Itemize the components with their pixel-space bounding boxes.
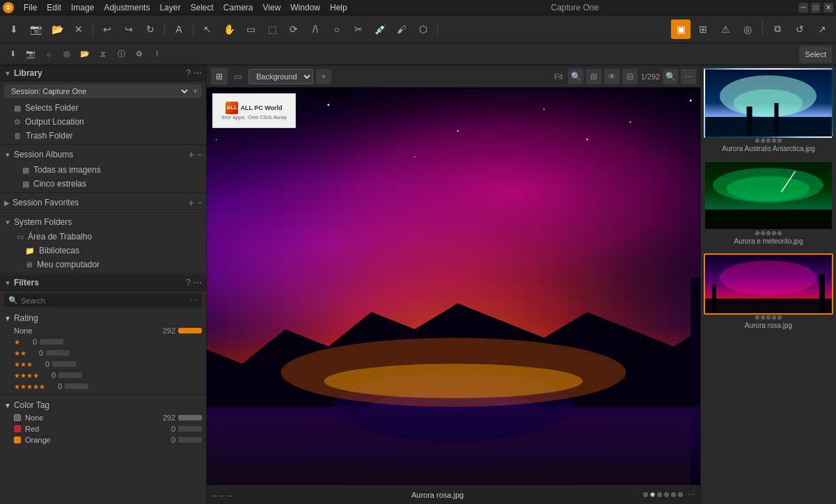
menu-help[interactable]: Help [326,1,352,14]
straighten-button[interactable]: /\ [306,19,325,39]
maximize-button[interactable]: □ [811,3,821,13]
library-question-icon[interactable]: ? [186,68,191,78]
cam-icon-button[interactable]: 📷 [22,46,39,63]
import-button[interactable]: ⬇ [4,19,24,39]
folder-icon-button[interactable]: 📂 [77,46,93,63]
crop-button[interactable]: ✂ [349,19,368,39]
menu-image[interactable]: Image [67,1,98,14]
rating-none-bar [178,328,202,333]
cursor-button[interactable]: ↖ [198,19,217,39]
import-icon-button[interactable]: ⬇ [4,46,21,63]
system-folders-header[interactable]: ▼ System Folders [0,214,206,230]
toolbar-sep-1 [93,22,93,37]
redo-back-button[interactable]: ↪ [119,19,139,39]
sync-button[interactable]: ↺ [790,19,810,39]
selects-folder-item[interactable]: ▦ Selects Folder [0,101,206,115]
lens-button[interactable]: ◎ [738,19,757,39]
menu-edit[interactable]: Edit [42,1,65,14]
pan-button[interactable]: ✋ [219,19,239,39]
close-button[interactable]: ✕ [823,3,833,13]
session-albums-header[interactable]: ▼ Session Albums + − [0,146,206,163]
session-add-icon[interactable]: + [193,86,198,96]
single-view-icon[interactable]: ▭ [229,68,246,85]
library-header[interactable]: ▼ Library ? ⋯ [0,65,206,81]
area-trabalho-item[interactable]: ▭ Área de Trabalho [0,230,206,244]
color-tag-header[interactable]: ▼ Color Tag [0,398,206,412]
select-lasso-button[interactable]: ⬚ [262,19,282,39]
filmstrip-dots-2 [704,230,833,236]
menu-adjustments[interactable]: Adjustments [100,1,154,14]
arrow-button[interactable]: ↗ [812,19,832,39]
grid-button[interactable]: ⊞ [693,19,713,39]
meu-computador-item[interactable]: 🖥 Meu computador [0,258,206,271]
background-dropdown[interactable]: Background [249,69,313,84]
info-icon-button[interactable]: ⓘ [113,46,129,63]
dots-more-icon[interactable]: ⋯ [688,491,695,498]
filter-icon-button[interactable]: ⧖ [95,46,111,63]
favorites-add-icon[interactable]: + [189,197,194,208]
oval-button[interactable]: ○ [327,19,347,39]
search-input[interactable] [21,297,190,305]
albums-add-icon[interactable]: + [189,149,194,160]
viewer-more-icon[interactable]: ⋯ [681,69,696,84]
albums-minus-icon[interactable]: − [197,150,202,159]
viewer-adjust-icon[interactable]: ⊟ [622,69,638,84]
viewer-zoom-icon[interactable]: 🔍 [663,69,678,84]
filters-question-icon[interactable]: ? [186,278,191,288]
favorites-minus-icon[interactable]: − [197,198,202,207]
color-none-dot [14,414,21,421]
viewer-settings-icon[interactable]: ⊞ [586,69,601,84]
brush-button[interactable]: 🖌 [392,19,411,39]
session-favorites-header[interactable]: ▶ Session Favorites + − [0,194,206,211]
bibliotecas-item[interactable]: 📁 Bibliotecas [0,244,206,258]
color-orange-count: 0 [159,436,175,444]
filmstrip-item-2[interactable]: Aurora e meteorito.jpg [704,161,833,248]
filter-search-box[interactable]: 🔍 ⋯ [4,294,202,307]
library-menu-icon[interactable]: ⋯ [194,68,202,78]
text-button[interactable]: A [169,19,189,39]
filmstrip-item-3[interactable]: Aurora rosa.jpg [704,253,833,332]
trash-folder-item[interactable]: 🗑 Trash Folder [0,129,206,143]
redo-button[interactable]: ↻ [141,19,160,39]
folder-button[interactable]: 📂 [47,19,67,39]
viewer-search-icon[interactable]: 🔍 [568,69,583,84]
session-select[interactable]: Session: Capture One [8,86,190,96]
viewer-eye-icon[interactable]: 👁 [604,69,620,84]
compare-button[interactable]: ⧉ [768,19,787,39]
menu-window[interactable]: Window [286,1,324,14]
output-location-item[interactable]: ⚙ Output Location [0,115,206,129]
undo-button[interactable]: ↩ [97,19,117,39]
grid-view-icon[interactable]: ⊞ [211,68,228,85]
filmstrip-item-1[interactable]: Aurora Australis Antarctica.jpg [704,68,833,155]
delete-button[interactable]: ✕ [69,19,88,39]
color-red-label: Red [25,425,159,433]
add-viewer-button[interactable]: + [316,69,331,84]
search-options-icon[interactable]: ⋯ [190,296,198,305]
rating-header[interactable]: ▼ Rating [0,311,206,325]
menu-layer[interactable]: Layer [155,1,184,14]
menu-view[interactable]: View [259,1,285,14]
filters-menu-icon[interactable]: ⋯ [194,278,202,288]
menu-camera[interactable]: Camera [219,1,258,14]
eyedropper-button[interactable]: 💉 [370,19,390,39]
menu-file[interactable]: File [19,1,41,14]
cinco-estrelas-item[interactable]: ▦ Cinco estrelas [0,177,206,191]
session-dropdown[interactable]: Session: Capture One + [4,84,202,98]
todas-images-item[interactable]: ▦ Todas as imagens [0,163,206,177]
rotate-button[interactable]: ⟳ [284,19,303,39]
exposure-button[interactable]: ▣ [671,19,691,39]
apps-icon-button[interactable]: ⁞ [149,46,166,63]
select-tab[interactable]: Select [799,46,832,63]
minimize-button[interactable]: ─ [798,3,808,13]
cinco-estrelas-label: Cinco estrelas [33,179,86,189]
menu-select[interactable]: Select [186,1,217,14]
eraser-button[interactable]: ⬡ [413,19,433,39]
camera-button[interactable]: 📷 [26,19,45,39]
target-icon-button[interactable]: ◎ [58,46,75,63]
warning-button[interactable]: ⚠ [716,19,735,39]
gear-icon-button[interactable]: ⚙ [131,46,148,63]
filters-header[interactable]: ▼ Filters ? ⋯ [0,275,206,291]
circle-icon-button[interactable]: ○ [40,46,57,63]
select-rect-button[interactable]: ▭ [241,19,260,39]
ad-banner[interactable]: ALL ALL PC World free apps. One Click Aw… [212,93,296,128]
